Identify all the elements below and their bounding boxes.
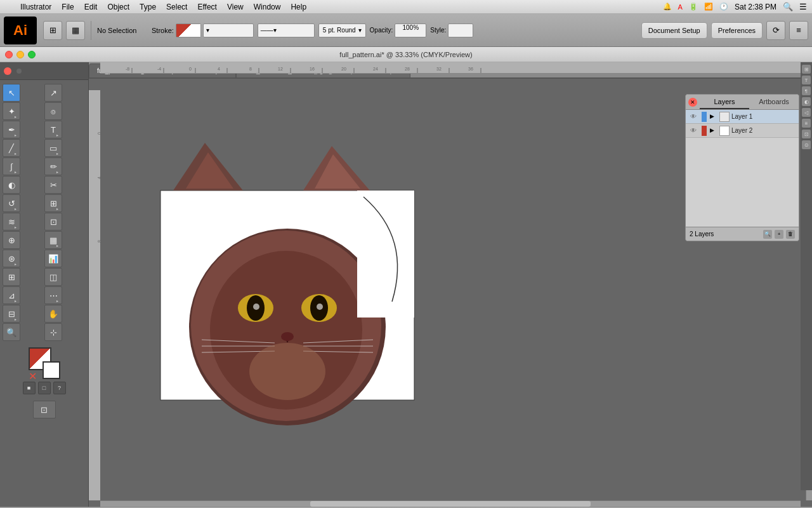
layer-2-visibility[interactable]: 👁	[688, 126, 698, 136]
layers-delete-btn[interactable]: 🗑	[786, 230, 795, 239]
panel-icon-4[interactable]: ◐	[802, 97, 811, 106]
menu-item-type[interactable]: Type	[140, 3, 156, 11]
toolbox-close-btn[interactable]	[4, 67, 11, 75]
svg-text:16: 16	[310, 67, 315, 71]
blend-tool[interactable]: ⋯▸	[44, 286, 62, 304]
scale-tool[interactable]: ⊞▸	[44, 194, 62, 212]
eyedropper-tool[interactable]: ⊿▸	[3, 286, 20, 304]
line-tool[interactable]: ╱▸	[3, 139, 20, 157]
horizontal-scrollbar[interactable]	[100, 500, 801, 507]
window-titlebar: full_pattern.ai* @ 33.33% (CMYK/Preview)	[0, 47, 812, 62]
panel-toggle-btn[interactable]: ≡	[789, 21, 808, 40]
menu-item-view[interactable]: View	[227, 3, 244, 11]
extra-tool[interactable]: ⊹	[44, 323, 62, 341]
magic-wand-tool[interactable]: ✦▸	[3, 102, 20, 120]
preferences-button[interactable]: Preferences	[711, 22, 763, 39]
battery-icon: 🔋	[689, 3, 698, 11]
tab-layers[interactable]: Layers	[700, 95, 749, 109]
view-toggle-btn[interactable]: ▦	[66, 21, 85, 40]
shape-builder-tool[interactable]: ⊕	[3, 231, 20, 249]
svg-text:28: 28	[405, 67, 410, 71]
panel-icon-5[interactable]: ◁	[802, 108, 811, 117]
panel-icon-3[interactable]: ¶	[802, 86, 811, 95]
layers-search-btn[interactable]: 🔍	[763, 230, 772, 239]
view-mode-btn[interactable]: ⊞	[43, 21, 62, 40]
layer-1-visibility[interactable]: 👁	[688, 112, 698, 122]
svg-rect-52	[357, 190, 414, 318]
stroke-indicator[interactable]: □	[38, 382, 51, 394]
layers-footer: 2 Layers 🔍 + 🗑	[686, 227, 799, 241]
document-setup-button[interactable]: Document Setup	[641, 22, 707, 39]
type-tool[interactable]: T▸	[44, 121, 62, 138]
menu-item-object[interactable]: Object	[107, 3, 129, 11]
scissors-tool[interactable]: ✂	[44, 176, 62, 194]
canvas-area[interactable]: full_pattern.ai* @ 33.33% (CMYK/Preview)…	[89, 62, 812, 507]
warp-tool[interactable]: ≋▸	[3, 213, 20, 231]
artboard-btn[interactable]: ⊡	[0, 398, 88, 421]
menu-item-window[interactable]: Window	[254, 3, 281, 11]
window-maximize-button[interactable]	[28, 51, 36, 58]
no-selection-label: No Selection	[97, 27, 148, 34]
list-icon[interactable]: ☰	[799, 2, 807, 11]
svg-text:8: 8	[249, 67, 252, 71]
panel-icon-8[interactable]: ⊙	[802, 140, 811, 149]
window-minimize-button[interactable]	[16, 51, 24, 58]
hand-tool[interactable]: ✋	[44, 305, 62, 323]
shape-tool[interactable]: ▭▸	[44, 139, 62, 157]
tab-artboards[interactable]: Artboards	[749, 95, 799, 109]
menu-item-effect[interactable]: Effect	[197, 3, 216, 11]
slice-tool[interactable]: ⊟▸	[3, 305, 20, 323]
mesh-tool[interactable]: ⊞	[3, 268, 20, 286]
h-scroll-thumb[interactable]	[310, 501, 591, 507]
menu-item-file[interactable]: File	[62, 3, 74, 11]
color-mode-icon[interactable]: ?	[53, 382, 66, 394]
zoom-tool[interactable]: 🔍	[3, 323, 20, 341]
pencil-tool[interactable]: ✏▸	[44, 157, 62, 175]
layer-item-2[interactable]: 👁 ▶ Layer 2	[686, 124, 799, 138]
menu-item-select[interactable]: Select	[166, 3, 187, 11]
layers-tabs: Layers Artboards	[700, 95, 799, 109]
layer-1-expand[interactable]: ▶	[710, 113, 717, 121]
blob-brush-tool[interactable]: ◐	[3, 176, 20, 194]
window-controls	[5, 51, 36, 58]
lasso-tool[interactable]: ⌾	[44, 102, 62, 120]
toolbox-minimize-btn[interactable]	[16, 69, 22, 74]
panel-icon-6[interactable]: ≡	[802, 119, 811, 128]
artboard-tool[interactable]: ⊡	[33, 401, 56, 418]
pen-tool[interactable]: ✒▸	[3, 121, 20, 138]
sync-btn[interactable]: ⟳	[766, 21, 785, 40]
search-icon[interactable]: 🔍	[783, 2, 793, 11]
panel-icon-2[interactable]: T	[802, 76, 811, 84]
panel-icon-7[interactable]: ⊡	[802, 130, 811, 138]
direct-selection-tool[interactable]: ↗	[44, 84, 62, 102]
panel-icon-1[interactable]: ⊞	[802, 65, 811, 74]
svg-text:-4: -4	[157, 67, 161, 71]
menu-item-help[interactable]: Help	[291, 3, 306, 11]
menu-item-illustrator[interactable]: Illustrator	[20, 3, 51, 11]
adobe-icon: A	[678, 3, 683, 11]
fill-indicator[interactable]: ■	[23, 382, 36, 394]
style-dropdown[interactable]	[448, 23, 473, 37]
layer-2-expand[interactable]: ▶	[710, 127, 717, 135]
stroke-color-swatch[interactable]	[176, 23, 201, 37]
gradient-tool[interactable]: ◫	[44, 268, 62, 286]
column-graph-tool[interactable]: 📊	[44, 250, 62, 267]
stroke-style-dropdown[interactable]: ——▾	[258, 23, 315, 37]
layer-item-1[interactable]: 👁 ▶ Layer 1	[686, 110, 799, 124]
window-close-button[interactable]	[5, 51, 13, 58]
pt-size-dropdown[interactable]: 5 pt. Round▾	[318, 23, 366, 37]
layers-add-btn[interactable]: +	[775, 230, 783, 239]
layers-panel-close[interactable]: ✕	[688, 98, 697, 107]
menu-item-edit[interactable]: Edit	[84, 3, 98, 11]
selection-tool[interactable]: ↖	[3, 84, 20, 102]
graph-tool[interactable]: ▦▸	[44, 231, 62, 249]
paintbrush-tool[interactable]: ∫▸	[3, 157, 20, 175]
background-color-swatch[interactable]	[43, 361, 60, 379]
rotate-tool[interactable]: ↺▸	[3, 194, 20, 212]
free-transform-tool[interactable]: ⊡	[44, 213, 62, 231]
stroke-width-dropdown[interactable]: ▾	[203, 23, 254, 37]
toolbox-tools: ↖ ↗ ✦▸ ⌾ ✒▸ T▸ ╱▸ ▭▸ ∫▸ ✏▸ ◐ ✂ ↺▸ ⊞▸ ≋▸ …	[0, 81, 88, 344]
artwork-canvas	[151, 143, 443, 460]
symbol-tool[interactable]: ⊛▸	[3, 250, 20, 267]
opacity-input[interactable]: 100%	[395, 23, 426, 37]
